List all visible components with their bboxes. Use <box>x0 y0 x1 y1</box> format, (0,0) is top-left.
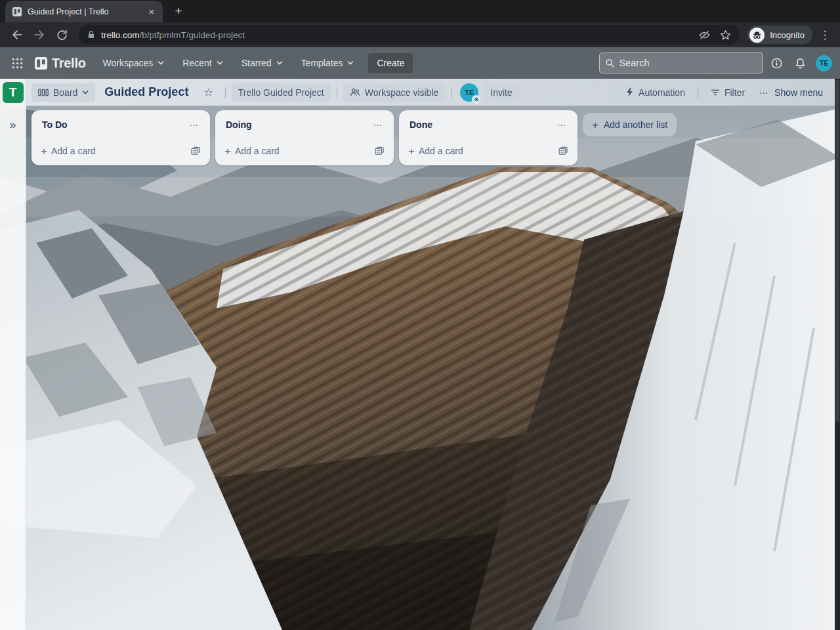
menu-workspaces[interactable]: Workspaces <box>95 52 173 74</box>
plus-icon: + <box>224 146 231 157</box>
add-list-label: Add another list <box>604 119 667 130</box>
url-path: /b/ptfpmlmT/guided-project <box>140 30 245 40</box>
board-view-icon <box>38 88 49 97</box>
bookmark-star-button[interactable] <box>717 27 733 43</box>
reload-icon <box>56 29 68 41</box>
board-member[interactable]: TE <box>460 83 478 102</box>
filter-button[interactable]: Filter <box>704 83 751 102</box>
board-lists: To Do ⋯ + Add a card Doing ⋯ + <box>32 110 677 165</box>
browser-window: Guided Project | Trello × + trello.com/b… <box>0 0 840 630</box>
browser-tab[interactable]: Guided Project | Trello × <box>5 1 163 22</box>
vertical-scrollbar[interactable] <box>835 79 840 630</box>
notifications-button[interactable] <box>789 52 810 74</box>
chevron-down-icon <box>217 60 223 66</box>
card-template-button[interactable] <box>555 143 571 159</box>
search-icon <box>605 58 615 68</box>
menu-recent-label: Recent <box>182 58 211 68</box>
chevron-down-icon <box>276 60 283 66</box>
grid-icon <box>12 58 23 69</box>
sidebar-expand-icon[interactable]: » <box>9 119 16 131</box>
workspace-members-icon <box>350 87 360 97</box>
add-card-label: Add a card <box>419 146 551 156</box>
trello-favicon-icon <box>12 7 22 17</box>
address-bar[interactable]: trello.com/b/ptfpmlmT/guided-project <box>79 25 740 45</box>
menu-workspaces-label: Workspaces <box>103 58 154 68</box>
menu-starred[interactable]: Starred <box>234 52 291 74</box>
automation-label: Automation <box>639 87 685 98</box>
lock-icon <box>87 30 96 40</box>
plus-icon: + <box>41 146 47 157</box>
back-arrow-icon <box>10 28 24 41</box>
automation-button[interactable]: Automation <box>619 83 692 102</box>
trello-logo[interactable]: Trello <box>30 56 93 71</box>
search-input[interactable] <box>620 58 757 68</box>
trello-header: Trello Workspaces Recent Starred Templat… <box>0 47 840 79</box>
app-switcher-button[interactable] <box>7 52 28 74</box>
card-template-icon <box>190 146 201 156</box>
card-template-button[interactable] <box>188 143 203 159</box>
incognito-icon <box>749 28 765 43</box>
workspace-name-button[interactable]: Trello Guided Project <box>232 83 331 102</box>
board-view-switcher[interactable]: Board <box>32 83 95 102</box>
reload-button[interactable] <box>52 26 71 44</box>
list-title[interactable]: Done <box>410 119 553 130</box>
list-doing: Doing ⋯ + Add a card <box>215 110 394 165</box>
board-sidebar-collapsed: T » <box>0 79 26 630</box>
divider <box>225 87 226 98</box>
admin-badge-icon <box>472 95 480 104</box>
list-title[interactable]: Doing <box>226 119 369 130</box>
invite-button[interactable]: Invite <box>484 83 518 102</box>
list-menu-button[interactable]: ⋯ <box>553 117 571 133</box>
incognito-badge: Incognito <box>747 26 812 44</box>
trello-logo-text: Trello <box>52 56 86 71</box>
card-template-button[interactable] <box>371 143 387 159</box>
tab-close-icon[interactable]: × <box>146 6 158 18</box>
info-icon <box>770 57 783 70</box>
url-text: trello.com/b/ptfpmlmT/guided-project <box>101 30 691 40</box>
eye-off-icon <box>698 29 711 41</box>
reveal-passwords-hidden-button[interactable] <box>696 27 712 43</box>
list-header: To Do ⋯ <box>37 116 205 133</box>
new-tab-button[interactable]: + <box>169 3 188 21</box>
card-template-icon <box>558 146 568 156</box>
back-button[interactable] <box>8 26 26 44</box>
add-another-list-button[interactable]: + Add another list <box>583 113 677 136</box>
list-done: Done ⋯ + Add a card <box>399 110 578 165</box>
incognito-label: Incognito <box>770 30 805 40</box>
star-board-button[interactable]: ☆ <box>198 83 219 102</box>
create-button[interactable]: Create <box>368 53 413 73</box>
divider <box>337 87 337 98</box>
list-menu-button[interactable]: ⋯ <box>185 117 203 133</box>
info-button[interactable] <box>766 52 787 74</box>
show-menu-button[interactable]: ⋯ Show menu <box>754 83 828 102</box>
menu-starred-label: Starred <box>242 58 272 68</box>
visibility-button[interactable]: Workspace visible <box>343 83 446 102</box>
board-view-label: Board <box>53 87 77 98</box>
tab-strip: Guided Project | Trello × + <box>0 0 840 22</box>
scrollbar-thumb[interactable] <box>835 80 839 422</box>
filter-label: Filter <box>724 87 745 98</box>
divider <box>698 87 698 98</box>
search-box[interactable] <box>599 52 763 74</box>
menu-templates[interactable]: Templates <box>293 52 362 74</box>
menu-recent[interactable]: Recent <box>175 52 230 74</box>
list-title[interactable]: To Do <box>42 119 185 130</box>
list-header: Done ⋯ <box>404 116 572 133</box>
lightning-icon <box>625 87 634 97</box>
add-card-button[interactable]: + Add a card <box>220 140 388 160</box>
browser-menu-button[interactable]: ⋮ <box>816 28 833 42</box>
add-card-button[interactable]: + Add a card <box>404 140 572 160</box>
board-header: Board Guided Project ☆ Trello Guided Pro… <box>26 79 835 106</box>
filter-icon <box>711 89 720 96</box>
star-outline-icon <box>719 29 732 41</box>
card-template-icon <box>374 146 385 156</box>
ellipsis-icon: ⋯ <box>759 87 769 98</box>
workspace-tile[interactable]: T <box>3 82 24 103</box>
account-avatar[interactable]: TE <box>816 55 832 72</box>
plus-icon: + <box>408 146 415 157</box>
forward-button[interactable] <box>30 26 49 44</box>
board-title[interactable]: Guided Project <box>98 85 195 99</box>
add-card-button[interactable]: + Add a card <box>37 140 205 160</box>
chevron-down-icon <box>347 60 354 66</box>
list-menu-button[interactable]: ⋯ <box>369 117 387 133</box>
